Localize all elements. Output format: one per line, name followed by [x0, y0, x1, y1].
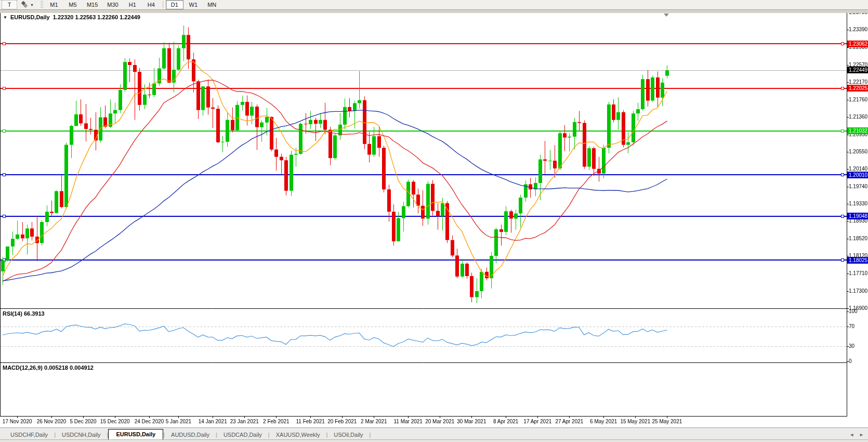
collapse-marker-icon: ▼: [3, 15, 7, 20]
price-tick-label: 1.21760: [849, 97, 867, 102]
date-tick-label: 15 May 2021: [620, 419, 650, 424]
chart-tab-audusd[interactable]: AUDUSD,Daily: [165, 430, 216, 440]
chart-tab-usdchf[interactable]: USDCHF,Daily: [4, 430, 54, 440]
status-bar: [0, 439, 868, 442]
price-level-badge: 1.23062: [847, 41, 868, 47]
chart-tab-usoil[interactable]: USOil,Daily: [327, 430, 369, 440]
date-tick-label: 11 Feb 2021: [296, 419, 324, 424]
toolbar: T ▼ M1M5M15M30H1H4D1W1MN: [0, 0, 868, 10]
toolbar-separator: [163, 1, 163, 8]
rsi-tick-label: 0: [849, 358, 852, 364]
timeframe-button-w1[interactable]: W1: [185, 0, 202, 9]
window-separator: [0, 9, 868, 13]
date-tick-label: 2 Mar 2021: [361, 419, 387, 424]
price-tick-label: 1.23390: [849, 27, 867, 32]
chart-tab-xauusd[interactable]: XAUUSD,Weekly: [270, 430, 326, 440]
chart-symbol-label: EURUSD,Daily: [10, 14, 50, 20]
chart-tab-usdcnh[interactable]: USDCNH,Daily: [56, 430, 107, 440]
date-tick-label: 27 Apr 2021: [555, 419, 583, 424]
toolbar-grip: [41, 1, 43, 8]
date-tick-label: 15 Dec 2020: [100, 419, 130, 424]
price-tick-label: 1.22170: [849, 79, 867, 85]
price-tick-label: 1.19740: [849, 184, 867, 189]
chart-canvas[interactable]: [0, 0, 868, 442]
timeframe-button-d1[interactable]: D1: [166, 0, 183, 9]
chart-tab-eurusd[interactable]: EURUSD,Daily: [108, 429, 163, 440]
metatrader-window: { "toolbar": { "text_tool_label": "T", "…: [0, 0, 868, 442]
timeframe-button-m1[interactable]: M1: [45, 0, 63, 9]
rsi-tick-label: 30: [849, 343, 854, 349]
price-level-badge: 1.19048: [847, 213, 868, 219]
arrange-windows-button[interactable]: ▼: [18, 0, 37, 9]
price-tick-label: 1.17300: [849, 288, 867, 294]
tabs-scroll-left-button[interactable]: ◄: [849, 432, 854, 437]
date-tick-label: 5 Jan 2021: [166, 419, 192, 424]
date-tick-label: 8 Apr 2021: [493, 419, 518, 424]
price-tick-label: 1.17710: [849, 270, 867, 276]
chart-tabbar: USDCHF,Daily|USDCNH,Daily|EURUSD,Daily|A…: [0, 427, 868, 440]
rsi-tick-label: 70: [849, 323, 854, 329]
tab-separator: |: [370, 432, 371, 440]
timeframe-button-m5[interactable]: M5: [64, 0, 82, 9]
date-tick-label: 17 Apr 2021: [523, 419, 551, 424]
chart-title: ▼ EURUSD,Daily 1.22320 1.22563 1.22260 1…: [3, 14, 140, 20]
price-level-badge: 1.20010: [847, 172, 868, 178]
date-tick-label: 25 May 2021: [652, 419, 682, 424]
date-tick-label: 20 Feb 2021: [327, 419, 357, 424]
date-tick-label: 14 Jan 2021: [199, 419, 227, 424]
chart-tab-usdcad[interactable]: USDCAD,Daily: [217, 430, 268, 440]
timeframe-button-m30[interactable]: M30: [103, 0, 122, 9]
rsi-tick-label: 100: [849, 308, 858, 314]
tabs-scroll-right-button[interactable]: ►: [859, 432, 864, 437]
price-tick-label: 1.18520: [849, 236, 867, 241]
date-tick-label: 30 Mar 2021: [457, 419, 486, 424]
price-tick-label: 1.20550: [849, 149, 867, 154]
timeframe-button-mn[interactable]: MN: [203, 0, 221, 9]
price-level-badge: 1.22025: [847, 85, 868, 92]
rsi-indicator-label: RSI(14) 66.3913: [3, 310, 45, 317]
date-tick-label: 11 Mar 2021: [393, 419, 422, 424]
tile-windows-icon: [21, 2, 29, 8]
timeframe-button-h4[interactable]: H4: [142, 0, 160, 9]
timeframe-button-m15[interactable]: M15: [83, 0, 102, 9]
date-tick-label: 23 Jan 2021: [230, 419, 259, 424]
date-tick-label: 24 Dec 2020: [135, 419, 164, 424]
date-tick-label: 20 Mar 2021: [425, 419, 454, 424]
date-tick-label: 5 Dec 2020: [70, 419, 97, 424]
date-tick-label: 17 Nov 2020: [3, 419, 32, 424]
date-tick-label: 2 Feb 2021: [263, 419, 290, 424]
date-tick-label: 26 Nov 2020: [37, 419, 67, 424]
dropdown-caret-icon: ▼: [30, 3, 34, 7]
chart-shift-marker-icon[interactable]: [664, 14, 669, 17]
current-price-badge: 1.22449: [847, 67, 868, 73]
macd-indicator-label: MACD(12,26,9) 0.005218 0.004912: [3, 365, 94, 371]
price-tick-label: 1.19330: [849, 201, 867, 206]
price-level-badge: 1.21032: [847, 127, 868, 134]
price-level-badge: 1.18025: [847, 257, 868, 264]
text-tool-button[interactable]: T: [2, 0, 17, 9]
timeframe-button-h1[interactable]: H1: [124, 0, 141, 9]
date-tick-label: 6 May 2021: [590, 419, 617, 424]
chart-ohlc-values: 1.22320 1.22563 1.22260 1.22449: [53, 14, 140, 20]
price-tick-label: 1.21360: [849, 114, 867, 120]
